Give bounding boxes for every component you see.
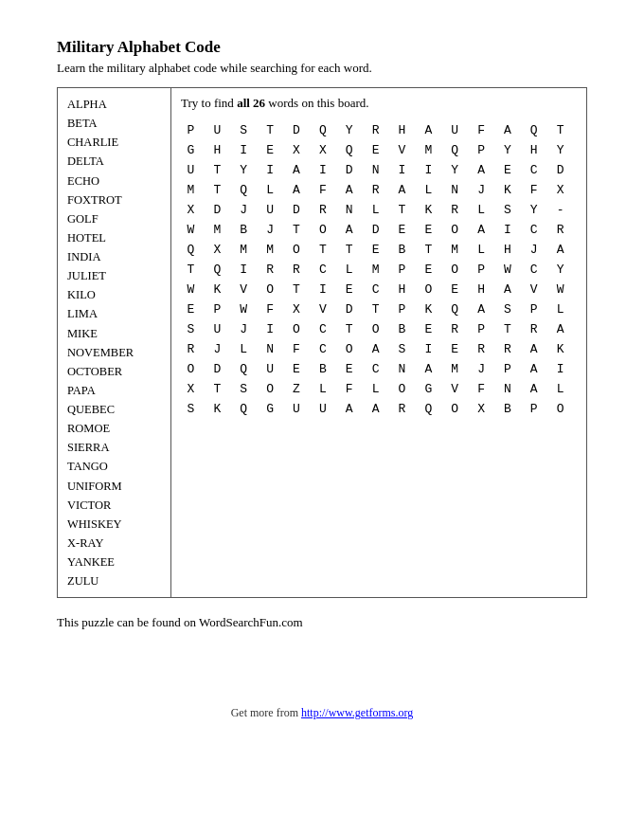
grid-cell: J xyxy=(524,240,544,260)
grid-cell: B xyxy=(392,240,412,260)
grid-cell: E xyxy=(366,240,385,260)
grid-cell: I xyxy=(313,280,332,299)
grid-cell: D xyxy=(550,160,570,180)
grid-cell: I xyxy=(392,160,412,180)
grid-cell: O xyxy=(445,260,465,280)
grid-cell: V xyxy=(234,280,254,299)
grid-cell: A xyxy=(392,180,412,200)
grid-cell: M xyxy=(366,260,385,280)
grid-cell: I xyxy=(234,260,254,280)
grid-cell: P xyxy=(524,299,544,319)
grid-cell: L xyxy=(472,200,492,220)
grid-cell: V xyxy=(313,299,332,319)
grid-cell: A xyxy=(339,220,359,240)
grid-cell: D xyxy=(366,220,385,240)
word-item: LIMA xyxy=(67,305,161,322)
grid-cell: J xyxy=(260,220,280,240)
grid-cell: R xyxy=(286,260,306,280)
grid-cell: H xyxy=(524,140,544,160)
grid-cell: J xyxy=(472,359,492,379)
grid-cell: F xyxy=(286,339,306,359)
grid-cell: P xyxy=(392,299,412,319)
word-item: MIKE xyxy=(67,325,161,342)
bottom-bar: Get more from http://www.getforms.org xyxy=(57,706,587,720)
grid-cell: Y xyxy=(445,160,465,180)
grid-cell: R xyxy=(497,339,517,359)
grid-cell: Q xyxy=(339,140,359,160)
grid-cell: R xyxy=(445,200,465,220)
word-item: ROMOE xyxy=(67,420,161,437)
grid-cell: S xyxy=(497,200,517,220)
grid-cell: Y xyxy=(497,140,517,160)
grid-cell: L xyxy=(472,240,492,260)
grid-cell: Y xyxy=(234,160,254,180)
grid-cell: S xyxy=(392,339,412,359)
grid-cell: P xyxy=(524,399,544,419)
grid-cell: O xyxy=(339,339,359,359)
grid-cell: O xyxy=(445,399,465,419)
word-item: INDIA xyxy=(67,248,161,265)
grid-cell: W xyxy=(550,280,570,299)
grid-cell: Y xyxy=(550,260,570,280)
grid-cell: E xyxy=(339,359,359,379)
grid-cell: T xyxy=(207,379,227,399)
grid-cell: D xyxy=(207,200,227,220)
grid-cell: R xyxy=(524,319,544,339)
getforms-link[interactable]: http://www.getforms.org xyxy=(301,706,413,719)
grid-cell: K xyxy=(497,180,517,200)
grid-cell: O xyxy=(286,319,306,339)
grid-cell: V xyxy=(445,379,465,399)
grid-cell: L xyxy=(419,180,438,200)
grid-cell: Y xyxy=(524,200,544,220)
grid-cell: R xyxy=(392,399,412,419)
grid-cell: O xyxy=(313,220,332,240)
word-item: ALPHA xyxy=(67,96,161,113)
grid-cell: J xyxy=(234,200,254,220)
grid-cell: C xyxy=(524,160,544,180)
grid-cell: A xyxy=(419,120,438,140)
word-item: WHISKEY xyxy=(67,516,161,533)
word-item: YANKEE xyxy=(67,553,161,571)
grid-cell: O xyxy=(550,399,570,419)
grid-cell: E xyxy=(260,140,280,160)
grid-cell: D xyxy=(286,120,306,140)
grid-cell: M xyxy=(445,359,465,379)
grid-cell: J xyxy=(234,319,254,339)
word-item: KILO xyxy=(67,286,161,303)
word-list: ALPHABETACHARLIEDELTAECHOFOXTROTGOLFHOTE… xyxy=(58,88,171,597)
grid-cell: A xyxy=(524,339,544,359)
grid-cell: K xyxy=(550,339,570,359)
grid-cell: P xyxy=(392,260,412,280)
grid-cell: O xyxy=(260,280,280,299)
grid-cell: E xyxy=(181,299,201,319)
word-item: NOVEMBER xyxy=(67,344,161,361)
word-item: QUEBEC xyxy=(67,401,161,418)
grid-cell: J xyxy=(207,339,227,359)
grid-cell: J xyxy=(472,180,492,200)
footer-text: This puzzle can be found on WordSearchFu… xyxy=(57,615,587,630)
grid-cell: Q xyxy=(234,359,254,379)
grid-cell: X xyxy=(286,140,306,160)
grid-cell: T xyxy=(392,200,412,220)
grid-cell: K xyxy=(207,399,227,419)
grid-cell: E xyxy=(445,280,465,299)
grid-cell: S xyxy=(181,319,201,339)
grid-cell: A xyxy=(472,299,492,319)
grid-cell: I xyxy=(234,140,254,160)
grid-cell: R xyxy=(445,319,465,339)
grid-cell: C xyxy=(313,319,332,339)
grid-cell: L xyxy=(313,379,332,399)
grid-cell: L xyxy=(339,260,359,280)
word-item: FOXTROT xyxy=(67,191,161,208)
grid-cell: P xyxy=(207,299,227,319)
grid-cell: M xyxy=(419,140,438,160)
grid-cell: O xyxy=(181,359,201,379)
grid-cell: Q xyxy=(234,180,254,200)
grid-cell: T xyxy=(366,299,385,319)
grid-cell: P xyxy=(181,120,201,140)
grid-cell: T xyxy=(207,180,227,200)
grid-cell: L xyxy=(234,339,254,359)
grid-cell: A xyxy=(339,180,359,200)
grid-cell: E xyxy=(497,160,517,180)
grid-cell: E xyxy=(419,220,438,240)
